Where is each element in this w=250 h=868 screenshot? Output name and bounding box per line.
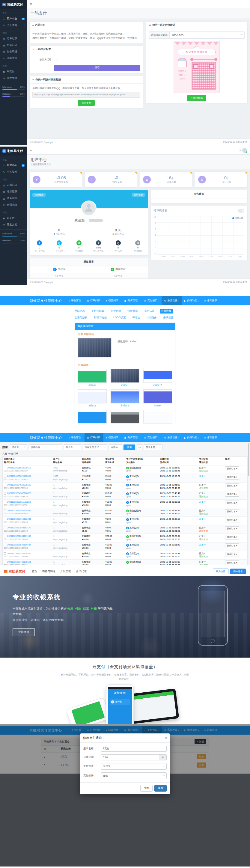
template-item[interactable]: index2 [78,389,107,407]
order-actions-button[interactable]: 操作订单 ▾ [225,535,239,539]
refresh-button[interactable]: ↻ [137,444,143,450]
portal-nav-item[interactable]: ● 结算列表 [103,433,122,442]
sidebar-item[interactable]: ▤ 订单记录 [0,35,27,42]
order-actions-button[interactable]: 操作订单 ▾ [225,552,239,557]
order-actions-button[interactable]: 操作订单 ▾ [225,509,239,514]
sidebar-item[interactable]: 导航 [0,9,27,16]
portal-nav-item[interactable]: ▣ 商户管理 ▾ [122,296,142,305]
close-icon[interactable]: × [165,737,167,740]
sidebar-item[interactable]: ✉ 开发文档 [0,75,27,82]
portal-nav-item[interactable]: ◧ 插件功能 ▾ [182,433,202,442]
save-button[interactable]: 保存 [54,65,140,71]
portal-nav-item[interactable]: ● 结算列表 [103,296,122,305]
cancel-button[interactable]: 关闭 [140,785,153,792]
sidebar-item[interactable]: ⌂ 用户中心 H [0,16,27,22]
row-checkbox[interactable] [4,535,6,537]
qr-style-select[interactable]: 选择收款码风格 风格A-粉色˅ [149,31,245,39]
system-order-no[interactable]: 20211025234342228826 [7,492,31,495]
settings-tab[interactable]: 邮箱与短信 [93,315,108,320]
system-order-no[interactable]: 20211026135021186893 [7,475,31,477]
table-header-cell[interactable]: 创建时间完成时间 [159,457,198,465]
portal-nav-item[interactable]: ⌂ 平台首页 [66,433,85,442]
nav-link-partner[interactable]: 合作代理 [76,569,87,574]
system-order-no[interactable]: 20211025231153159340 [7,552,31,555]
sidebar-item[interactable]: 其他 [0,62,27,68]
display-name-input[interactable] [101,746,167,752]
template-item[interactable]: index7 [143,410,172,424]
merchant-id-link[interactable]: 1 [53,509,55,512]
template-link[interactable]: index3 [111,404,139,407]
row-checkbox[interactable] [4,509,6,512]
order-actions-button[interactable]: 操作订单 ▾ [225,500,239,505]
sidebar-item[interactable]: ⌂ 用户中心 H [0,162,27,169]
merchant-id-input[interactable] [64,444,81,450]
template-item[interactable]: index10 [143,369,172,386]
merchant-id-link[interactable]: 1 [53,484,55,486]
scrollbar[interactable] [248,443,249,476]
row-checkbox[interactable] [4,561,6,563]
download-qr-button[interactable]: 下载收款码 [187,95,206,101]
portal-nav-item[interactable]: ⚙ 系统设置 ▾ [162,296,181,305]
pay-method-select[interactable]: 所有支付方式˅ [83,444,107,450]
table-header-cell[interactable]: 支付方式(通道ID)支付插件 [125,457,159,465]
system-order-no[interactable]: 20211025230732128121 [7,560,31,563]
sidebar-item[interactable]: ▥ 资金明细 [0,195,27,202]
sidebar-item[interactable]: ✎ 个人资料 › [0,22,27,29]
stat-card[interactable]: ⊞ 0个 今日订单 [195,172,248,188]
system-order-no[interactable]: 20211028135532239119 [7,466,31,469]
system-order-no[interactable]: 20211025232548163172 [7,526,31,529]
settings-tab[interactable]: 企业付款 [110,309,123,313]
portal-nav-item[interactable]: ⌂ 平台首页 [66,296,85,305]
show-filter-select[interactable]: 显示全部˅ [144,444,162,450]
nav-link-features[interactable]: 功能与特性 [42,569,56,574]
settings-tab[interactable]: IP地址 [131,315,142,320]
row-checkbox[interactable] [4,518,6,520]
portal-nav-item[interactable]: ⊙ 退出登录 [201,296,220,305]
row-checkbox[interactable] [4,475,6,477]
settings-tab[interactable]: 支付与结算 [90,309,106,313]
template-link[interactable]: index2 [78,404,107,407]
order-actions-button[interactable]: 操作订单 ▾ [225,544,239,548]
get-started-button[interactable]: 立即使用 [12,628,35,636]
merchant-id-link[interactable]: 1 [53,552,55,555]
save-button[interactable]: 保存 [154,785,167,792]
table-header-cell[interactable]: 商品名称订单金额 [81,457,104,465]
row-checkbox[interactable] [4,467,6,469]
settings-tab[interactable]: 计划任务 [145,315,158,320]
template-item[interactable]: index1 [111,369,139,386]
menu-toggle-icon[interactable]: ≡ [30,2,32,6]
template-item[interactable]: index5 [78,410,107,424]
merchant-id-link[interactable]: 1 [53,518,55,520]
portal-nav-item[interactable]: ▭ 支付接口 ▾ [142,296,162,305]
merchant-id-link[interactable]: 1 [53,560,55,563]
chart-toggle[interactable] [238,209,244,213]
order-actions-button[interactable]: 操作订单 ▾ [225,526,239,531]
stat-card[interactable]: ▲ 6个 订单总数 [140,172,192,188]
system-order-no[interactable]: 20211025232034121963 [7,535,31,537]
stat-card[interactable]: ✓ ¥0 已结算金额 [85,172,137,188]
settings-tab[interactable]: 网站信息 [73,309,86,313]
sidebar-item[interactable]: ▣ 码支付 [0,68,27,75]
template-item[interactable]: index4 [143,389,172,407]
template-item[interactable]: index6 [111,410,139,424]
template-item[interactable]: default [78,369,107,386]
merchant-id-link[interactable]: 1 [53,500,55,503]
order-actions-button[interactable]: 操作订单 ▾ [225,518,239,522]
order-actions-button[interactable]: 操作订单 ▾ [225,560,239,565]
user-menu-caret-icon[interactable]: ▾ [240,149,241,152]
template-item[interactable]: index3 [111,389,139,407]
settings-tab[interactable]: 快捷登录 [126,309,139,313]
system-order-no[interactable]: 20211025233446324682 [7,509,31,512]
row-checkbox[interactable] [4,527,6,529]
template-link[interactable]: index10 [143,384,172,386]
template-link[interactable]: index1 [111,384,139,386]
register-button[interactable]: 商户注册 [213,568,228,574]
order-actions-button[interactable]: 操作订单 ▾ [225,475,239,479]
settings-tab[interactable]: 杂项设置 [162,315,175,320]
sidebar-item[interactable]: ✉ 开发文档 [0,221,27,228]
portal-nav-item[interactable]: ▤ 订单列表 [85,433,104,442]
portal-nav-item[interactable]: ▣ 商户管理 ▾ [122,433,142,442]
merchant-id-link[interactable]: 1 [53,535,55,537]
row-checkbox[interactable] [4,492,6,495]
copy-link-button[interactable]: 点击复制 [78,100,95,106]
